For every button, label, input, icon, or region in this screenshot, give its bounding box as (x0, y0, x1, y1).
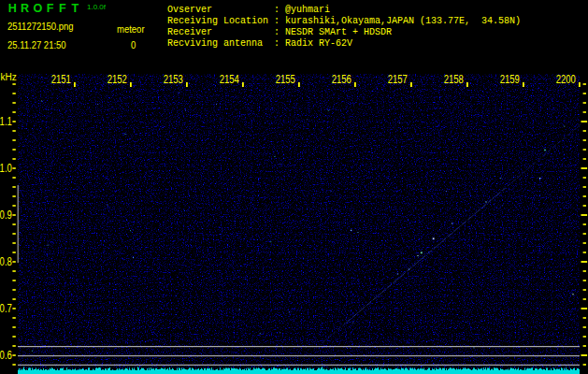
svg-text:2153: 2153 (164, 73, 183, 85)
svg-text:25.11.27 21:50: 25.11.27 21:50 (7, 39, 66, 50)
svg-text:2200: 2200 (556, 73, 576, 85)
svg-text:meteor: meteor (117, 23, 145, 35)
svg-text:H: H (8, 2, 17, 15)
svg-text:kHz: kHz (1, 72, 17, 82)
svg-text:Receiver : NESDR SMA: Receiver : NESDR SMArt + HDSDR (167, 27, 392, 37)
svg-text:O: O (33, 2, 42, 15)
svg-text:2157: 2157 (388, 73, 408, 85)
svg-text:2159: 2159 (500, 73, 520, 85)
svg-text:T: T (72, 2, 79, 15)
svg-text:2511272150.png: 2511272150.png (7, 21, 74, 32)
svg-text:2158: 2158 (444, 73, 464, 85)
svg-text:2155: 2155 (276, 73, 295, 85)
svg-text:Ovserver : @yuhmari: Ovserver : @yuhmari (167, 5, 330, 15)
svg-text:2152: 2152 (108, 73, 127, 85)
svg-text:2154: 2154 (220, 73, 239, 85)
svg-text:0.6: 0.6 (0, 349, 12, 361)
svg-text:Recviving antenna : Radix RY-: Recviving antenna : Radix RY-62V (167, 38, 352, 49)
svg-text:1.1: 1.1 (0, 115, 12, 127)
svg-text:2151: 2151 (51, 73, 71, 85)
svg-text:R: R (21, 2, 29, 15)
svg-text:0: 0 (131, 39, 136, 50)
svg-text:F: F (47, 2, 54, 15)
svg-text:Receiving Location : kurashiki: Receiving Location : kurashiki,Okayama,J… (167, 16, 521, 26)
svg-text:0.9: 0.9 (0, 209, 12, 221)
svg-text:F: F (59, 2, 66, 15)
svg-text:2156: 2156 (332, 73, 351, 85)
svg-text:0.7: 0.7 (0, 302, 12, 314)
svg-text:1.0: 1.0 (0, 162, 12, 174)
svg-text:1.0.0f: 1.0.0f (87, 3, 107, 11)
svg-text:0.8: 0.8 (0, 255, 12, 267)
